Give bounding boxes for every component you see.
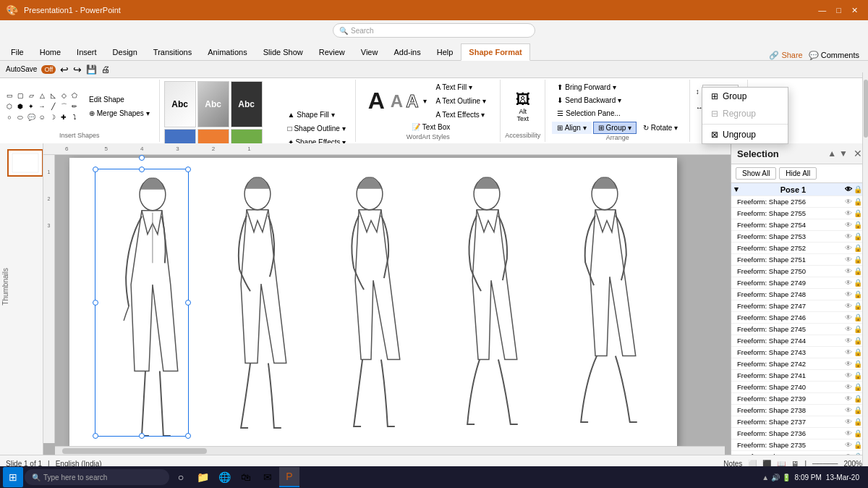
pane-up-btn[interactable]: ▲ [827,148,836,159]
pose-1-group[interactable]: ▾ Pose 1 👁 🔒 [731,183,868,196]
text-box-btn[interactable]: 📝 Text Box [407,121,455,133]
tab-file[interactable]: File [3,43,32,60]
l2747[interactable]: 🔒 [854,302,862,310]
shape-star[interactable]: ✦ [26,101,36,112]
l2738[interactable]: 🔒 [854,406,862,414]
shape-circle[interactable]: ○ [4,112,14,122]
taskbar-mail[interactable]: ✉ [258,467,278,487]
share-btn[interactable]: 🔗 Share [769,51,802,60]
l2754[interactable]: 🔒 [854,221,862,229]
shape-style-3[interactable]: Abc [231,81,263,127]
l2749[interactable]: 🔒 [854,279,862,287]
dropdown-group-item[interactable]: ⊞ Group [702,88,788,105]
l2743[interactable]: 🔒 [854,348,862,356]
l2744[interactable]: 🔒 [854,337,862,345]
search-bar[interactable]: 🔍 Search [333,23,535,38]
shape-2741[interactable]: Freeform: Shape 2741 👁🔒 [731,370,868,382]
group-btn[interactable]: ⊞ Group ▾ [593,122,637,134]
shape-line[interactable]: ╱ [48,101,58,112]
quick-print-btn[interactable]: 🖨 [101,64,110,75]
l2750[interactable]: 🔒 [854,267,862,275]
l2751[interactable]: 🔒 [854,256,862,264]
search-taskbar[interactable]: 🔍 Type here to search [25,469,169,485]
horizontal-scrollbar[interactable] [55,446,725,455]
shape-moon[interactable]: ☽ [48,112,58,122]
shape-fill-btn[interactable]: ▲ Shape Fill ▾ [283,109,352,121]
text-fill-btn[interactable]: A Text Fill ▾ [431,81,491,93]
v2755[interactable]: 👁 [845,209,852,217]
shape-2737[interactable]: Freeform: Shape 2737 👁🔒 [731,416,868,428]
shape-2753[interactable]: Freeform: Shape 2753 👁🔒 [731,231,868,243]
handle-mr[interactable] [185,300,191,306]
l2736[interactable]: 🔒 [854,429,862,437]
shape-rtriangle[interactable]: ◺ [48,91,58,101]
shape-2747[interactable]: Freeform: Shape 2747 👁🔒 [731,300,868,312]
figure-1-wrapper[interactable] [95,169,189,437]
v2734[interactable]: 👁 [845,453,852,455]
tab-view[interactable]: View [353,43,386,60]
shape-curve[interactable]: ⌒ [59,101,69,112]
shape-2743[interactable]: Freeform: Shape 2743 👁🔒 [731,347,868,358]
tab-design[interactable]: Design [105,43,145,60]
l2755[interactable]: 🔒 [854,209,862,217]
send-backward-btn[interactable]: ⬇ Send Backward ▾ [552,94,626,106]
maximize-btn[interactable]: □ [832,6,846,15]
close-pane-btn[interactable]: ✕ [854,148,862,159]
v2742[interactable]: 👁 [845,360,852,368]
l2753[interactable]: 🔒 [854,232,862,240]
v2738[interactable]: 👁 [845,406,852,414]
figure-3-wrapper[interactable] [326,169,420,437]
l2740[interactable]: 🔒 [854,383,862,391]
v2750[interactable]: 👁 [845,267,852,275]
v2739[interactable]: 👁 [845,395,852,403]
close-btn[interactable]: ✕ [847,6,862,15]
figure-5-wrapper[interactable] [558,169,652,437]
v2745[interactable]: 👁 [845,325,852,333]
rotate-handle[interactable] [139,155,145,161]
shape-2745[interactable]: Freeform: Shape 2745 👁🔒 [731,324,868,335]
shape-2735[interactable]: Freeform: Shape 2735 👁🔒 [731,439,868,451]
minimize-btn[interactable]: — [814,6,830,15]
shape-misc[interactable]: ⤵ [69,112,80,122]
scrollbar-thumb[interactable] [864,80,868,138]
shape-2746[interactable]: Freeform: Shape 2746 👁🔒 [731,312,868,324]
l2734[interactable]: 🔒 [854,453,862,455]
shape-diamond[interactable]: ◇ [59,91,69,101]
v2746[interactable]: 👁 [845,314,852,321]
thumbnail-1[interactable] [7,149,43,177]
tab-slideshow[interactable]: Slide Show [255,43,311,60]
v2743[interactable]: 👁 [845,348,852,356]
shape-2754[interactable]: Freeform: Shape 2754 👁🔒 [731,219,868,231]
tab-animations[interactable]: Animations [200,43,255,60]
selection-pane-btn[interactable]: ☰ Selection Pane... [552,107,625,119]
handle-bc[interactable] [139,433,145,439]
alt-text-btn[interactable]: 🖼 AltText [509,88,537,126]
text-outline-btn[interactable]: A Text Outline ▾ [431,95,491,107]
l2752[interactable]: 🔒 [854,244,862,252]
group-visibility-icon[interactable]: 👁 [845,185,852,193]
tab-insert[interactable]: Insert [69,43,105,60]
figure-2-wrapper[interactable] [210,169,305,437]
text-style-a2[interactable]: A [391,91,403,112]
handle-bl[interactable] [93,433,98,439]
text-style-a3[interactable]: A [406,91,418,112]
v2740[interactable]: 👁 [845,383,852,391]
dropdown-ungroup-item[interactable]: ⊠ Ungroup [702,126,788,143]
tab-addins[interactable]: Add-ins [386,43,428,60]
shape-arrow[interactable]: → [37,101,47,112]
l2737[interactable]: 🔒 [854,418,862,426]
l2748[interactable]: 🔒 [854,290,862,298]
group-lock-icon[interactable]: 🔒 [854,185,862,193]
shape-2749[interactable]: Freeform: Shape 2749 👁🔒 [731,277,868,289]
l2735[interactable]: 🔒 [854,441,862,449]
shape-freeform[interactable]: ✏ [69,101,80,112]
v2735[interactable]: 👁 [845,441,852,449]
shape-2736[interactable]: Freeform: Shape 2736 👁🔒 [731,428,868,439]
l2746[interactable]: 🔒 [854,314,862,321]
shape-2756-lock[interactable]: 🔒 [854,198,862,206]
tab-help[interactable]: Help [429,43,461,60]
shape-roundrect[interactable]: ▢ [15,91,25,101]
shape-smiley[interactable]: ☺ [37,112,47,122]
shape-2756[interactable]: Freeform: Shape 2756 👁 🔒 [731,196,868,208]
wordart-dropdown[interactable]: ▾ [423,97,427,105]
